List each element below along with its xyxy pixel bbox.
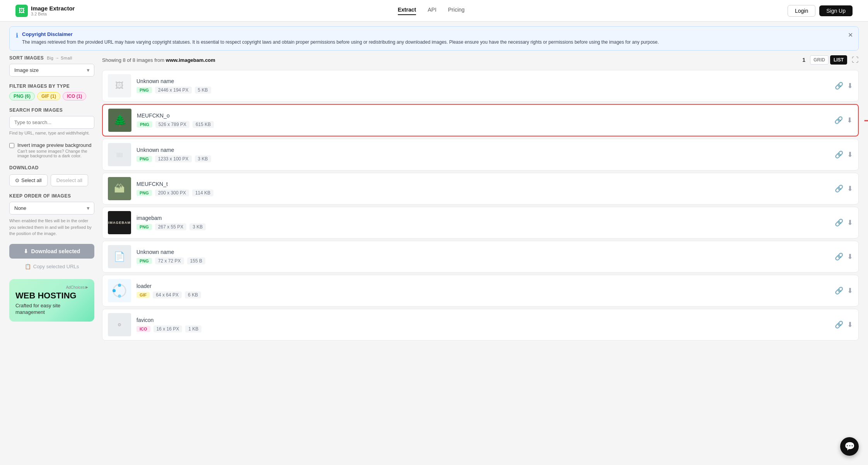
image-row[interactable]: loader GIF 64 x 64 PX 6 KB 🔗 ⬇ [102,275,859,307]
type-badge: PNG [136,87,152,93]
dimensions-badge: 526 x 789 PX [155,121,189,128]
download-selected-button[interactable]: ⬇ Download selected [9,244,94,259]
image-info: loader GIF 64 x 64 PX 6 KB [136,283,829,298]
download-icon[interactable]: ⬇ [847,252,853,261]
header: 🖼 Image Extractor 3.2 Beta Extract API P… [0,0,868,22]
page-number: 1 [802,57,805,63]
search-input[interactable] [9,116,94,129]
logo-text: Image Extractor 3.2 Beta [31,5,75,16]
image-actions: 🔗 ⬇ [835,150,853,159]
image-row[interactable]: 🌲 MEUFCKN_o PNG 526 x 789 PX 615 KB 🔗 ⬇ … [102,104,859,136]
svg-point-2 [113,289,116,292]
keep-order-label: Keep order of images [9,193,94,199]
size-badge: 3 KB [189,223,206,230]
copy-urls-button[interactable]: 📋 Copy selected URLs [9,260,94,273]
fullscreen-icon[interactable]: ⛶ [852,56,859,64]
image-info: MEUFCKN_o PNG 526 x 789 PX 615 KB [137,112,829,128]
disclaimer-banner: ℹ Copyright Disclaimer The images retrie… [9,26,859,51]
select-all-button[interactable]: ⊙ Select all [9,174,48,186]
image-row[interactable]: 📄 Unknown name PNG 72 x 72 PX 155 B 🔗 ⬇ [102,241,859,273]
image-meta: PNG 2446 x 194 PX 5 KB [136,87,829,94]
download-icon[interactable]: ⬇ [847,184,853,193]
sort-select[interactable]: Image size [9,64,94,77]
showing-text: Showing 8 of 8 images from www.imagebam.… [102,57,215,63]
filter-gif[interactable]: GIF (1) [37,92,60,100]
advertisement: AdChoices ▶ WEB HOSTING Crafted for easy… [9,279,94,322]
nav-pricing[interactable]: Pricing [448,7,465,15]
link-icon[interactable]: 🔗 [835,150,843,159]
nav-api[interactable]: API [428,7,437,15]
link-icon[interactable]: 🔗 [834,116,843,124]
filter-ico[interactable]: ICO (1) [63,92,86,100]
link-icon[interactable]: 🔗 [835,252,843,261]
size-badge: 1 KB [185,325,201,332]
image-row[interactable]: ⚙ favicon ICO 16 x 16 PX 1 KB 🔗 ⬇ [102,309,859,341]
image-row[interactable]: IMAGEBAM imagebam PNG 267 x 55 PX 3 KB 🔗… [102,207,859,238]
link-icon[interactable]: 🔗 [835,320,843,329]
deselect-all-button[interactable]: Deselect all [51,174,88,186]
filter-png[interactable]: PNG (6) [9,92,35,100]
download-icon[interactable]: ⬇ [847,218,853,227]
image-actions: 🔗 ⬇ [835,82,853,90]
download-icon[interactable]: ⬇ [847,286,853,295]
dimensions-badge: 72 x 72 PX [155,257,184,264]
download-label: DOWNLOAD [9,165,94,170]
image-thumbnail: ⚙ [108,313,131,336]
size-badge: 5 KB [195,87,211,94]
image-actions: 🔗 ⬇ [835,184,853,193]
image-name: MEUFCKN_t [136,181,829,187]
close-icon[interactable]: ✕ [848,31,853,39]
dimensions-badge: 1233 x 100 PX [155,155,192,162]
link-icon[interactable]: 🔗 [835,82,843,90]
ad-choices-label: AdChoices ▶ [15,285,88,290]
type-badge: GIF [136,292,150,298]
invert-hint: Can't see some images? Change the image … [17,149,94,158]
image-info: favicon ICO 16 x 16 PX 1 KB [136,317,829,332]
keep-order-section: Keep order of images None ▼ When enabled… [9,193,94,237]
download-icon[interactable]: ⬇ [847,82,853,90]
signup-button[interactable]: Sign Up [819,5,853,16]
image-meta: GIF 64 x 64 PX 6 KB [136,291,829,298]
image-thumbnail: ░░ [108,143,131,166]
grid-view-button[interactable]: GRID [810,55,829,65]
download-icon[interactable]: ⬇ [847,150,853,159]
image-actions: 🔗 ⬇ [835,218,853,227]
size-badge: 615 KB [193,121,214,128]
image-name: MEUFCKN_o [137,112,829,119]
invert-section: Invert image preview background Can't se… [9,142,94,158]
sidebar: Sort images Big → Small Image size ▼ Fil… [9,55,94,341]
image-row[interactable]: 🏔 MEUFCKN_t PNG 200 x 300 PX 114 KB 🔗 ⬇ [102,173,859,204]
download-section: DOWNLOAD ⊙ Select all Deselect all [9,165,94,186]
image-meta: PNG 72 x 72 PX 155 B [136,257,829,264]
type-badge: PNG [136,258,152,264]
invert-checkbox[interactable] [9,143,14,148]
keep-order-select[interactable]: None [9,202,94,215]
ad-choices-icon: ▶ [85,285,88,289]
image-meta: PNG 1233 x 100 PX 3 KB [136,155,829,162]
image-row[interactable]: 🖼 Unknown name PNG 2446 x 194 PX 5 KB 🔗 … [102,70,859,102]
image-meta: PNG 526 x 789 PX 615 KB [137,121,829,128]
image-name: Unknown name [136,249,829,255]
header-buttons: Login Sign Up [788,5,853,17]
type-badge: ICO [136,326,150,332]
dimensions-badge: 200 x 300 PX [155,189,189,196]
arrow-annotation: ➔ [864,114,868,127]
link-icon[interactable]: 🔗 [835,286,843,295]
login-button[interactable]: Login [788,5,815,17]
image-row[interactable]: ░░ Unknown name PNG 1233 x 100 PX 3 KB 🔗… [102,139,859,170]
disclaimer-title: Copyright Disclaimer [22,31,659,37]
invert-wrap: Invert image preview background Can't se… [9,142,94,158]
download-icon[interactable]: ⬇ [847,320,853,329]
disclaimer-text: The images retrieved from the provided U… [22,39,659,46]
info-icon: ℹ [16,32,18,39]
sort-section: Sort images Big → Small Image size ▼ [9,55,94,77]
link-icon[interactable]: 🔗 [835,218,843,227]
download-icon[interactable]: ⬇ [847,116,853,124]
select-buttons: ⊙ Select all Deselect all [9,174,94,186]
link-icon[interactable]: 🔗 [835,184,843,193]
list-view-button[interactable]: LIST [830,55,847,65]
keep-order-hint: When enabled the files will be in the or… [9,218,94,237]
sort-select-wrap: Image size ▼ [9,64,94,77]
type-badge: PNG [136,156,152,162]
nav-extract[interactable]: Extract [398,7,416,15]
